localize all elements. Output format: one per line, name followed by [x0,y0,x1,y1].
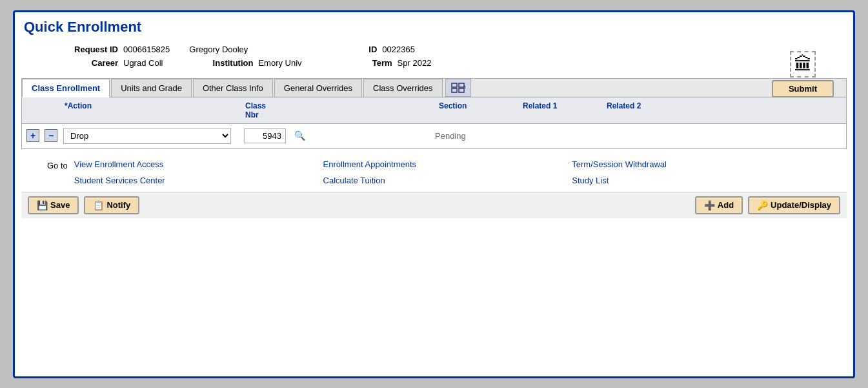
term-value: Spr 2022 [398,58,432,68]
request-id-value: 0006615825 [123,45,170,54]
submit-area: 🏛 Submit [772,51,834,97]
tab-general-overrides[interactable]: General Overrides [274,79,362,97]
bottom-bar: 💾 Save 📋 Notify ➕ Add 🔑 Update/Display [21,192,847,218]
institution-label: Institution [195,58,253,68]
col-search [293,100,319,121]
links-col-1: View Enrollment Access Student Services … [74,159,323,185]
info-row-request: Request ID 0006615825 Gregory Dooley ID … [60,45,450,54]
tab-content: *Action ClassNbr Section Related 1 Relat… [22,97,846,148]
building-icon[interactable]: 🏛 [790,51,816,77]
request-id-label: Request ID [60,45,118,54]
class-nbr-cell [241,128,293,143]
person-name: Gregory Dooley [189,45,248,54]
add-icon[interactable]: + [26,129,39,142]
info-section: Request ID 0006615825 Gregory Dooley ID … [21,45,450,68]
id-label: ID [319,45,377,54]
svg-rect-3 [459,88,464,92]
class-nbr-input[interactable] [244,128,286,143]
save-button[interactable]: 💾 Save [28,196,79,214]
go-to-label: Go to [47,161,74,170]
col-remove [41,100,61,121]
svg-rect-2 [452,88,457,92]
page-title: Quick Enrollment [21,19,847,36]
save-icon: 💾 [37,200,48,210]
links-col-2: Enrollment Appointments Calculate Tuitio… [323,159,572,185]
main-container: Quick Enrollment Request ID 0006615825 G… [13,10,855,378]
save-label: Save [50,200,70,210]
col-section: Section [435,100,519,121]
status-cell: Pending [435,131,519,141]
tab-class-enrollment[interactable]: Class Enrollment [22,79,110,97]
tab-units-grade[interactable]: Units and Grade [111,79,192,97]
link-student-services-center[interactable]: Student Services Center [74,176,323,185]
table-area: *Action ClassNbr Section Related 1 Relat… [22,97,846,148]
update-display-button[interactable]: 🔑 Update/Display [748,196,840,214]
col-related1: Related 1 [519,100,603,121]
info-row-career: Career Ugrad Coll Institution Emory Univ… [60,58,450,68]
add-button[interactable]: ➕ Add [695,196,743,214]
link-enrollment-appointments[interactable]: Enrollment Appointments [323,159,572,169]
col-class-nbr: ClassNbr [241,100,293,121]
career-label: Career [60,58,118,68]
link-study-list[interactable]: Study List [572,176,821,185]
institution-value: Emory Univ [258,58,301,68]
minus-icon[interactable]: − [45,129,57,142]
search-icon[interactable]: 🔍 [293,129,307,142]
action-cell: Drop Enroll Swap Wait List [61,128,241,144]
term-label: Term [334,58,392,68]
tabs-container: Class Enrollment Units and Grade Other C… [21,78,847,149]
link-view-enrollment-access[interactable]: View Enrollment Access [74,159,323,169]
add-label: Add [718,200,734,210]
link-term-session-withdrawal[interactable]: Term/Session Withdrawal [572,159,821,169]
svg-rect-0 [452,83,457,87]
col-related2: Related 2 [603,100,687,121]
bottom-right-buttons: ➕ Add 🔑 Update/Display [695,196,840,214]
add-row-btn[interactable]: + [22,129,41,142]
bottom-left-buttons: 💾 Save 📋 Notify [28,196,139,214]
svg-line-5 [465,87,465,89]
svg-rect-1 [459,83,464,87]
table-header: *Action ClassNbr Section Related 1 Relat… [22,97,846,124]
tab-class-overrides[interactable]: Class Overrides [363,79,442,97]
search-cell[interactable]: 🔍 [293,130,319,141]
id-value: 0022365 [382,45,415,54]
col-add [22,100,41,121]
submit-button[interactable]: Submit [772,80,834,97]
svg-line-4 [465,85,465,87]
grid-view-icon[interactable] [445,79,471,97]
update-display-icon: 🔑 [757,200,768,210]
table-row: + − Drop Enroll Swap Wait List [22,124,846,148]
notify-icon: 📋 [93,200,104,210]
links-col-3: Term/Session Withdrawal Study List [572,159,821,185]
update-display-label: Update/Display [771,200,831,210]
add-icon: ➕ [704,200,715,210]
links-section: Go to View Enrollment Access Student Ser… [21,149,847,185]
notify-button[interactable]: 📋 Notify [84,196,139,214]
action-select[interactable]: Drop Enroll Swap Wait List [63,128,231,144]
remove-row-btn[interactable]: − [41,129,61,142]
col-section-blank [319,100,435,121]
link-calculate-tuition[interactable]: Calculate Tuition [323,176,572,185]
career-value: Ugrad Coll [123,58,163,68]
notify-label: Notify [106,200,130,210]
tab-other-class-info[interactable]: Other Class Info [193,79,273,97]
tabs-header: Class Enrollment Units and Grade Other C… [22,79,846,97]
col-action: *Action [61,100,241,121]
